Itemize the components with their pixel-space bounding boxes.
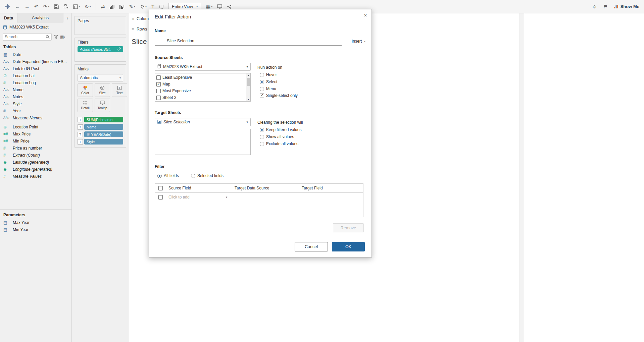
field-row-measure-values[interactable]: # Measure Values <box>0 173 71 180</box>
color-shelf-button[interactable]: Color <box>78 83 93 97</box>
parameter-row-max-year[interactable]: ▤ Max Year <box>0 219 71 226</box>
radio[interactable] <box>157 174 162 178</box>
close-icon[interactable]: × <box>364 12 367 19</box>
checkbox[interactable] <box>156 96 161 100</box>
field-row-max-price[interactable]: =# Max Price <box>0 130 71 137</box>
filter-pill-action[interactable]: Action (Name,Styl.. <box>78 46 123 52</box>
source-sheet-item-sheet-2[interactable]: Sheet 2 <box>156 94 249 101</box>
target-sheets-list[interactable] <box>155 129 251 155</box>
run-option-menu[interactable]: Menu <box>260 87 276 91</box>
field-row-measure-names[interactable]: Abc Measure Names <box>0 114 71 121</box>
clearing-option-keep-filtered[interactable]: Keep filtered values <box>260 127 301 132</box>
field-row-latitude-generated[interactable]: ⊕ Latitude (generated) <box>0 159 71 166</box>
show-me-button[interactable]: Show Me <box>614 4 639 9</box>
click-to-add-caret-icon[interactable]: ▾ <box>226 195 228 199</box>
clearing-option-show-all[interactable]: Show all values <box>260 134 294 139</box>
presentation-mode-icon[interactable] <box>217 4 222 9</box>
field-row-name[interactable]: Abc Name <box>0 86 71 93</box>
radio[interactable] <box>260 135 264 139</box>
scrollbar-thumb[interactable] <box>247 78 250 86</box>
field-row-price-as-number[interactable]: # Price as number <box>0 145 71 152</box>
cancel-button[interactable]: Cancel <box>295 242 328 251</box>
insert-dropdown[interactable]: Insert ▾ <box>352 39 365 44</box>
mark-pill-style[interactable]: Style <box>84 139 123 145</box>
scroll-down-icon[interactable]: ▼ <box>246 99 250 101</box>
tableau-logo-icon[interactable] <box>5 4 10 9</box>
field-row-date-expanded[interactable]: Abc Date Expanded (times in ES... <box>0 58 71 65</box>
mark-pill-year-date[interactable]: ⊞ YEAR(Date) <box>84 131 123 137</box>
parameter-row-min-year[interactable]: ▤ Min Year <box>0 226 71 233</box>
target-sheet-dropdown[interactable]: Slice Selection ▾ <box>155 118 251 126</box>
collapse-pane-icon[interactable]: ‹ <box>63 13 71 22</box>
show-cards-icon[interactable]: ▦▾ <box>206 4 212 9</box>
source-sheet-item-most-expensive[interactable]: Most Expensive <box>156 88 249 94</box>
checkbox[interactable] <box>156 75 161 80</box>
field-row-date[interactable]: ▦ Date <box>0 51 71 58</box>
ok-button[interactable]: OK <box>332 242 365 251</box>
detail-shelf-button[interactable]: Detail <box>78 99 93 112</box>
scroll-up-icon[interactable]: ▲ <box>246 74 250 76</box>
field-row-location-point[interactable]: ⊕ Location Point <box>0 123 71 130</box>
radio[interactable] <box>260 80 264 84</box>
field-row-extract-count[interactable]: # Extract (Count) <box>0 152 71 159</box>
table-row-click-to-add[interactable]: Click to add ▾ <box>155 193 363 202</box>
field-row-location-lng[interactable]: # Location Lng <box>0 79 71 86</box>
feedback-icon[interactable]: ☺ <box>592 4 597 9</box>
size-shelf-button[interactable]: Size <box>95 83 110 97</box>
click-to-add-label[interactable]: Click to add <box>168 195 190 199</box>
source-sheet-item-least-expensive[interactable]: Least Expensive <box>156 74 249 81</box>
search-input[interactable] <box>5 35 46 39</box>
list-scrollbar[interactable]: ▲ ▼ <box>246 73 250 101</box>
radio[interactable] <box>260 128 264 132</box>
show-labels-icon[interactable]: T <box>151 4 154 9</box>
remove-button[interactable]: Remove <box>333 223 364 232</box>
field-row-style[interactable]: Abc Style <box>0 100 71 107</box>
view-scrollbar[interactable] <box>519 13 524 342</box>
mark-pill-name[interactable]: Name <box>84 124 123 130</box>
sort-ascending-icon[interactable] <box>109 4 114 9</box>
datasource-row[interactable]: MM2023 WK5 Extract <box>0 22 71 32</box>
checkbox[interactable] <box>260 94 264 98</box>
swap-axes-icon[interactable]: ⇄ <box>101 4 105 9</box>
sort-descending-icon[interactable] <box>119 4 124 9</box>
field-row-year[interactable]: # Year <box>0 107 71 114</box>
view-options-icon[interactable]: ▦▾ <box>60 35 65 39</box>
checkbox[interactable] <box>156 89 161 93</box>
back-icon[interactable]: ← <box>15 4 20 9</box>
field-row-notes[interactable]: Abc Notes <box>0 93 71 100</box>
share-icon[interactable] <box>227 4 232 9</box>
run-option-hover[interactable]: Hover <box>260 72 277 77</box>
run-option-select[interactable]: Select <box>260 79 277 84</box>
field-row-link-to-ig-post[interactable]: Abc Link to IG Post <box>0 65 71 72</box>
refresh-icon[interactable]: ↻▾ <box>85 4 91 9</box>
checkbox[interactable] <box>156 82 161 87</box>
forward-icon[interactable]: → <box>24 4 30 9</box>
clearing-option-exclude-all[interactable]: Exclude all values <box>260 141 298 146</box>
action-name-input[interactable] <box>155 37 342 46</box>
radio[interactable] <box>260 87 264 91</box>
radio[interactable] <box>260 73 264 77</box>
field-row-location-lat[interactable]: ⊕ Location Lat <box>0 72 71 79</box>
highlight-icon[interactable]: ✎▾ <box>129 4 135 9</box>
tab-analytics[interactable]: Analytics <box>17 13 63 22</box>
select-all-checkbox[interactable] <box>158 186 163 190</box>
mark-type-dropdown[interactable]: Automatic ▾ <box>78 74 123 81</box>
radio[interactable] <box>260 142 264 146</box>
undo-icon[interactable]: ↶ <box>34 4 39 9</box>
mark-pill-sum-price[interactable]: SUM(Price as n.. <box>84 117 123 122</box>
filter-option-selected-fields[interactable]: Selected fields <box>191 173 224 178</box>
new-data-source-icon[interactable] <box>63 4 68 9</box>
source-sheet-item-map[interactable]: Map <box>156 81 249 88</box>
group-members-icon[interactable]: ▾ <box>140 4 147 9</box>
tooltip-shelf-button[interactable]: Tooltip <box>95 99 110 112</box>
search-box[interactable] <box>3 33 52 41</box>
rows-shelf[interactable]: ≡ Rows <box>132 27 147 32</box>
single-select-only-option[interactable]: Single-select only <box>260 93 298 98</box>
checkbox[interactable] <box>158 195 163 199</box>
expand-hierarchy-icon[interactable]: ⊞ <box>87 132 90 136</box>
filter-option-all-fields[interactable]: All fields <box>157 173 179 178</box>
field-row-longitude-generated[interactable]: ⊕ Longitude (generated) <box>0 166 71 173</box>
filter-fields-icon[interactable] <box>54 35 58 39</box>
text-shelf-button[interactable]: T Text <box>112 83 127 97</box>
redo-icon[interactable]: ↷▾ <box>43 4 50 9</box>
